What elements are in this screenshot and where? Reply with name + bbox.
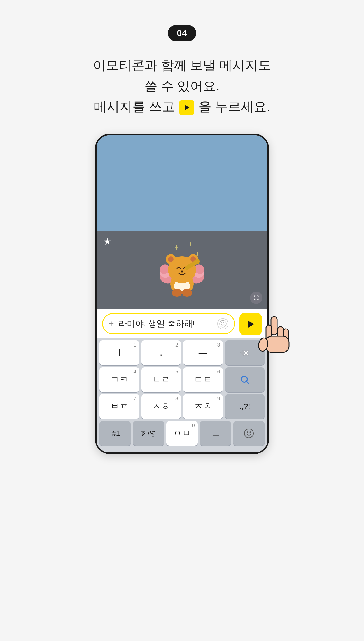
svg-point-23 <box>220 320 226 327</box>
description: 이모티콘과 함께 보낼 메시지도 쓸 수 있어요. 메시지를 쓰고 을 누르세요… <box>93 55 271 117</box>
key-symbols[interactable]: !#1 <box>99 421 131 446</box>
svg-rect-36 <box>278 327 283 341</box>
key-8[interactable]: 8 ㅅㅎ <box>141 394 181 419</box>
key-4[interactable]: 4 ㄱㅋ <box>99 367 139 392</box>
key-7[interactable]: 7 ㅂㅍ <box>99 394 139 419</box>
sticker-area: ★ <box>97 231 267 309</box>
svg-point-31 <box>244 429 253 438</box>
key-5[interactable]: 5 ㄴㄹ <box>141 367 181 392</box>
send-button[interactable] <box>239 313 262 335</box>
svg-marker-3 <box>197 252 198 256</box>
svg-marker-26 <box>248 320 254 328</box>
key-2[interactable]: 2 . <box>141 340 181 365</box>
message-input-container[interactable]: + 라미야. 생일 축하해! <box>102 313 235 334</box>
punct-key[interactable]: .,?! <box>225 394 265 419</box>
phone-frame-wrapper: ★ <box>95 134 269 454</box>
key-3[interactable]: 3 — <box>183 340 223 365</box>
key-1[interactable]: 1 ㅣ <box>99 340 139 365</box>
svg-point-16 <box>168 256 174 262</box>
chat-area <box>97 135 267 231</box>
step-badge: 04 <box>168 25 196 41</box>
svg-rect-34 <box>271 317 277 335</box>
svg-line-30 <box>247 382 249 384</box>
keyboard-row-4: !#1 한/영 0 ㅇㅁ ㅡ <box>99 421 265 446</box>
star-icon: ★ <box>103 236 111 247</box>
keyboard-row-2: 4 ㄱㅋ 5 ㄴㄹ 6 ㄷㅌ <box>99 367 265 392</box>
phone-frame: ★ <box>95 134 269 454</box>
keyboard-row-3: 7 ㅂㅍ 8 ㅅㅎ 9 ㅈㅊ .,?! <box>99 394 265 419</box>
lion-sticker <box>154 239 210 301</box>
message-text: 라미야. 생일 축하해! <box>118 318 214 329</box>
emoji-button[interactable] <box>217 318 228 329</box>
key-6[interactable]: 6 ㄷㅌ <box>183 367 223 392</box>
desc-line3: 메시지를 쓰고 을 누르세요. <box>93 96 271 117</box>
expand-button[interactable] <box>250 292 262 304</box>
search-key[interactable] <box>225 367 265 392</box>
key-emoji[interactable] <box>233 421 265 446</box>
desc-line1: 이모티콘과 함께 보낼 메시지도 <box>93 55 271 76</box>
keyboard: 1 ㅣ 2 . 3 — <box>97 338 267 452</box>
svg-point-22 <box>182 289 192 297</box>
svg-rect-37 <box>283 329 288 342</box>
key-0[interactable]: 0 ㅇㅁ <box>166 421 198 446</box>
keyboard-row-1: 1 ㅣ 2 . 3 — <box>99 340 265 365</box>
key-9[interactable]: 9 ㅈㅊ <box>183 394 223 419</box>
svg-point-18 <box>181 270 183 272</box>
svg-marker-2 <box>190 242 191 246</box>
key-space[interactable]: ㅡ <box>200 421 231 446</box>
key-lang[interactable]: 한/영 <box>133 421 164 446</box>
backspace-key[interactable] <box>225 340 265 365</box>
plus-icon[interactable]: + <box>109 319 114 329</box>
send-button-inline-icon <box>179 100 194 115</box>
desc-line2: 쓸 수 있어요. <box>93 76 271 97</box>
input-row: + 라미야. 생일 축하해! <box>97 309 267 338</box>
svg-marker-0 <box>185 105 189 110</box>
svg-marker-1 <box>175 245 178 250</box>
svg-point-29 <box>241 376 247 382</box>
svg-point-21 <box>172 289 182 297</box>
svg-rect-38 <box>265 336 289 352</box>
